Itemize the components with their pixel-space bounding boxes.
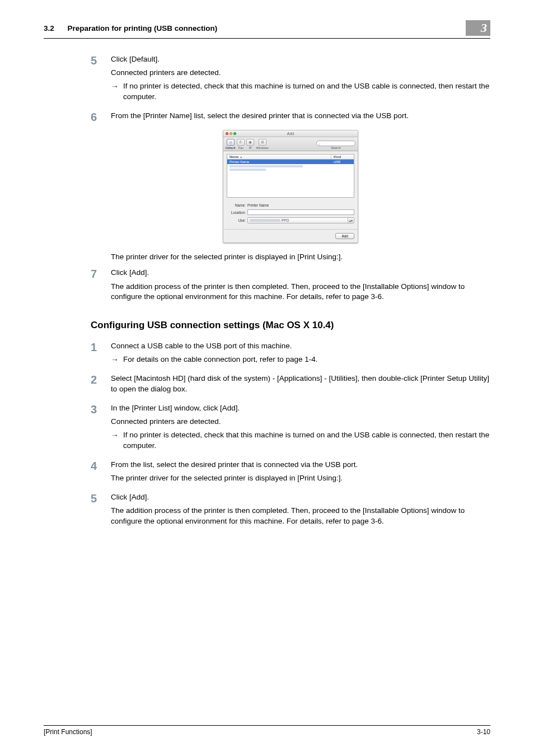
tab-label: IP [249,146,252,150]
windows-icon: ⊞ [259,139,266,146]
step-text: In the [Printer List] window, click [Add… [111,403,490,413]
arrow-icon: → [111,81,123,101]
step-text: Select [Macintosh HD] (hard disk of the … [111,374,490,394]
tab-label: Windows [256,146,268,150]
step-number: 5 [91,54,111,105]
step-b2: 2 Select [Macintosh HD] (hard disk of th… [91,374,490,397]
step-text: From the [Printer Name] list, select the… [111,111,490,121]
blurred-row [229,169,352,171]
step-number: 7 [91,268,111,305]
step-number: 1 [91,341,111,368]
step-text: From the list, select the desired printe… [111,460,490,470]
use-label: Use: [227,218,246,222]
row-kind: USB [331,160,354,164]
printer-list-header: Name▲ Kind [227,154,354,160]
step-text: Click [Default]. [111,54,490,64]
col-name[interactable]: Name▲ [227,155,331,159]
step-note: → If no printer is detected, check that … [111,81,490,101]
chevron-updown-icon: ▴▾ [348,218,353,223]
toolbar-search: ⌕ Search [316,141,355,151]
step-text: Click [Add]. [111,492,490,502]
search-label: Search [331,146,340,150]
add-printer-dialog: Add ⎙ Default ✆ Fax ◉ IP [223,130,358,243]
form-row-use: Use: PPD ▴▾ [227,217,354,223]
note-text: If no printer is detected, check that th… [123,81,490,101]
name-value: Printer Name [247,203,354,207]
location-label: Location: [227,211,246,214]
step-after: The printer driver for the selected prin… [111,473,490,483]
step-number: 2 [91,374,111,397]
step-number: 5 [91,492,111,530]
name-label: Name: [227,203,246,207]
blurred-text [250,219,280,222]
step-7: 7 Click [Add]. The addition process of t… [91,268,490,305]
step-number: 4 [91,460,111,487]
globe-icon: ◉ [246,139,254,146]
form-row-name: Name: Printer Name [227,203,354,207]
printer-icon: ⎙ [227,139,235,146]
section-title: Preparation for printing (USB connection… [68,24,218,32]
step-6: 6 From the [Printer Name] list, select t… [91,111,490,124]
step-5: 5 Click [Default]. Connected printers ar… [91,54,490,105]
printer-list-row[interactable]: Printer Name USB [227,160,354,164]
step-b4: 4 From the list, select the desired prin… [91,460,490,487]
subsection-title: Configuring USB connection settings (Mac… [91,320,490,331]
zoom-icon[interactable] [233,132,236,135]
footer-left: [Print Functions] [44,728,92,736]
step-number: 6 [91,111,111,124]
location-field[interactable] [247,209,354,215]
row-name: Printer Name [227,160,331,164]
step-b3: 3 In the [Printer List] window, click [A… [91,403,490,454]
sort-icon: ▲ [240,155,242,158]
dialog-toolbar: ⎙ Default ✆ Fax ◉ IP ⊞ Windows [223,137,358,151]
blurred-row [229,165,352,167]
after-dialog-text: The printer driver for the selected prin… [111,252,490,262]
arrow-icon: → [111,430,123,450]
section-number: 3.2 [44,24,54,32]
note-text: For details on the cable connection port… [123,354,490,365]
search-icon: ⌕ [318,142,321,146]
step-after: The addition process of the printer is t… [111,282,490,302]
step-text: Connect a USB cable to the USB port of t… [111,341,490,351]
step-after: The addition process of the printer is t… [111,506,490,526]
minimize-icon[interactable] [229,132,232,135]
step-b1: 1 Connect a USB cable to the USB port of… [91,341,490,368]
tab-windows[interactable]: ⊞ Windows [256,139,268,151]
step-number: 3 [91,403,111,454]
close-icon[interactable] [226,132,228,135]
step-b5: 5 Click [Add]. The addition process of t… [91,492,490,530]
page-header: 3.2 Preparation for printing (USB connec… [44,20,490,39]
step-after: Connected printers are detected. [111,68,490,78]
col-kind[interactable]: Kind [331,155,354,159]
step-text: Click [Add]. [111,268,490,278]
step-note: → If no printer is detected, check that … [111,430,490,450]
use-select[interactable]: PPD ▴▾ [247,217,354,223]
tab-label: Default [226,146,235,150]
fax-icon: ✆ [237,139,245,146]
step-note: → For details on the cable connection po… [111,354,490,365]
step-after: Connected printers are detected. [111,417,490,427]
page-footer: [Print Functions] 3-10 [44,725,490,736]
tab-default[interactable]: ⎙ Default [226,139,235,151]
tab-ip[interactable]: ◉ IP [246,139,254,151]
dialog-titlebar[interactable]: Add [223,130,358,137]
printer-list[interactable]: Printer Name USB [227,160,354,198]
footer-right: 3-10 [477,728,490,736]
tab-fax[interactable]: ✆ Fax [237,139,245,151]
add-button[interactable]: Add [335,233,354,239]
dialog-title: Add [287,132,294,136]
use-suffix: PPD [282,218,289,222]
arrow-icon: → [111,354,123,365]
note-text: If no printer is detected, check that th… [123,430,490,450]
chapter-badge: 3 [466,20,490,36]
form-row-location: Location: [227,209,354,215]
tab-label: Fax [238,146,243,150]
section-heading: 3.2 Preparation for printing (USB connec… [44,24,217,32]
search-input[interactable]: ⌕ [316,141,355,146]
